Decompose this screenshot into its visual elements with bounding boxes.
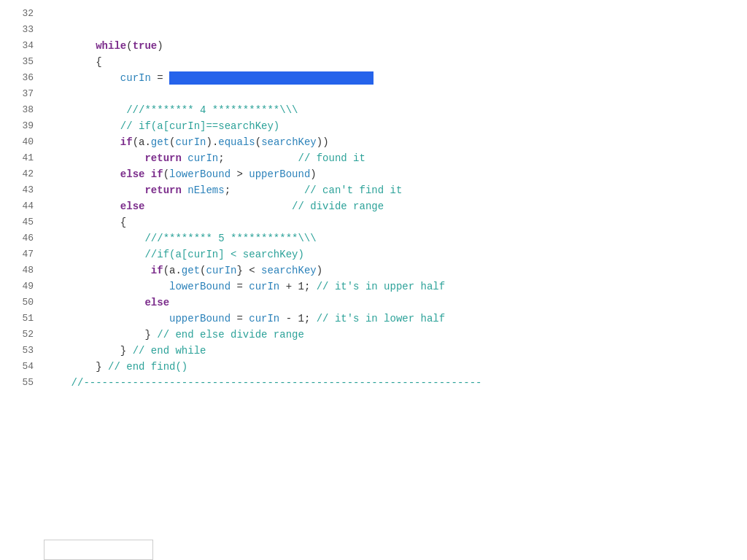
keyword-token: else if bbox=[120, 166, 163, 182]
normal-token bbox=[47, 375, 71, 391]
normal-token bbox=[47, 359, 96, 375]
comment-token: // it's in lower half bbox=[317, 311, 445, 327]
normal-token: - 1; bbox=[279, 311, 316, 327]
code-line: } // end while bbox=[47, 343, 747, 359]
code-line: if(a.get(curIn).equals(searchKey)) bbox=[47, 134, 747, 150]
normal-token bbox=[47, 166, 120, 182]
identifier-token: curIn bbox=[175, 134, 206, 150]
line-number: 45 bbox=[0, 214, 34, 230]
comment-token: // it's in upper half bbox=[317, 279, 445, 295]
identifier-token: lowerBound bbox=[169, 166, 231, 182]
line-number: 53 bbox=[0, 343, 34, 359]
line-number: 39 bbox=[0, 118, 34, 134]
normal-token bbox=[182, 150, 187, 166]
normal-token bbox=[47, 134, 120, 150]
code-line: upperBound = curIn - 1; // it's in lower… bbox=[47, 311, 747, 327]
comment-token: ///******** 5 ***********\\\ bbox=[144, 230, 316, 246]
normal-token: } bbox=[144, 327, 157, 343]
normal-token bbox=[47, 262, 151, 279]
comment-token: // found it bbox=[225, 150, 365, 166]
comment-token: // end else divide range bbox=[157, 327, 304, 343]
code-line: { bbox=[47, 54, 747, 70]
normal-token: } < bbox=[237, 262, 262, 279]
code-line: // if(a[curIn]==searchKey) bbox=[47, 118, 747, 134]
normal-token: ; bbox=[218, 150, 224, 166]
normal-token bbox=[47, 230, 144, 246]
code-line bbox=[47, 86, 747, 102]
normal-token bbox=[47, 182, 144, 198]
line-number: 40 bbox=[0, 134, 34, 150]
line-number: 49 bbox=[0, 279, 34, 295]
identifier-token: curIn bbox=[206, 262, 236, 279]
code-line: return nElems; // can't find it bbox=[47, 182, 747, 198]
normal-token: = bbox=[151, 70, 169, 86]
code-line bbox=[47, 6, 747, 22]
comment-token: //if(a[curIn] < searchKey) bbox=[144, 246, 303, 262]
line-numbers: 3233343536373839404142434445464748495051… bbox=[0, 6, 44, 535]
identifier-token: nElems bbox=[187, 182, 224, 198]
code-line: else bbox=[47, 295, 747, 311]
normal-token: )) bbox=[317, 134, 329, 150]
identifier-token: curIn bbox=[187, 150, 218, 166]
bottom-input[interactable] bbox=[44, 540, 153, 560]
line-number: 51 bbox=[0, 311, 34, 327]
normal-token: ) bbox=[317, 262, 322, 279]
line-number: 32 bbox=[0, 6, 34, 22]
identifier-token: equals bbox=[218, 134, 255, 150]
comment-token: // end while bbox=[133, 343, 206, 359]
normal-token: { bbox=[96, 54, 101, 70]
code-line: curIn = bbox=[47, 70, 747, 86]
normal-token bbox=[47, 118, 120, 134]
identifier-token: upperBound bbox=[249, 166, 310, 182]
comment-token: // if(a[curIn]==searchKey) bbox=[120, 118, 279, 134]
code-line: return curIn; // found it bbox=[47, 150, 747, 166]
line-number: 34 bbox=[0, 38, 34, 54]
line-number: 44 bbox=[0, 198, 34, 214]
normal-token bbox=[47, 214, 120, 230]
line-number: 43 bbox=[0, 182, 34, 198]
keyword-token: else bbox=[144, 295, 169, 311]
keyword-token: return bbox=[144, 182, 181, 198]
code-line: ///******** 4 ***********\\\ bbox=[47, 102, 747, 118]
line-number: 47 bbox=[0, 246, 34, 262]
code-line: else if(lowerBound > upperBound) bbox=[47, 166, 747, 182]
normal-token bbox=[47, 38, 96, 54]
code-line: else // divide range bbox=[47, 198, 747, 214]
normal-token: } bbox=[120, 343, 133, 359]
keyword-token: while bbox=[96, 38, 126, 54]
normal-token: ). bbox=[206, 134, 219, 150]
line-number: 55 bbox=[0, 375, 34, 391]
code-line: } // end else divide range bbox=[47, 327, 747, 343]
normal-token bbox=[47, 54, 96, 70]
normal-token: ( bbox=[200, 262, 206, 279]
code-line: { bbox=[47, 214, 747, 230]
keyword-token: true bbox=[133, 38, 158, 54]
normal-token: > bbox=[231, 166, 249, 182]
code-content: while(true) { curIn = ///******** 4 ****… bbox=[44, 6, 747, 535]
keyword-token: if bbox=[151, 262, 163, 279]
code-line: //--------------------------------------… bbox=[47, 375, 747, 391]
keyword-token: if bbox=[120, 134, 133, 150]
normal-token: { bbox=[120, 214, 126, 230]
line-number: 33 bbox=[0, 22, 34, 38]
code-line: while(true) bbox=[47, 38, 747, 54]
line-number: 52 bbox=[0, 327, 34, 343]
keyword-token: else bbox=[120, 198, 145, 214]
normal-token bbox=[47, 246, 144, 262]
normal-token: ) bbox=[310, 166, 316, 182]
normal-token: ) bbox=[157, 38, 163, 54]
code-line: //if(a[curIn] < searchKey) bbox=[47, 246, 747, 262]
identifier-token: get bbox=[182, 262, 200, 279]
normal-token: } bbox=[96, 359, 108, 375]
line-number: 54 bbox=[0, 359, 34, 375]
code-editor: 3233343536373839404142434445464748495051… bbox=[0, 0, 747, 560]
normal-token: = bbox=[231, 311, 249, 327]
normal-token: ( bbox=[169, 134, 175, 150]
comment-token: // can't find it bbox=[231, 182, 402, 198]
identifier-token: curIn bbox=[120, 70, 151, 86]
comment-token: //--------------------------------------… bbox=[71, 375, 482, 391]
code-line: if(a.get(curIn} < searchKey) bbox=[47, 262, 747, 279]
line-number: 50 bbox=[0, 295, 34, 311]
identifier-token: curIn bbox=[249, 311, 279, 327]
normal-token bbox=[47, 70, 120, 86]
